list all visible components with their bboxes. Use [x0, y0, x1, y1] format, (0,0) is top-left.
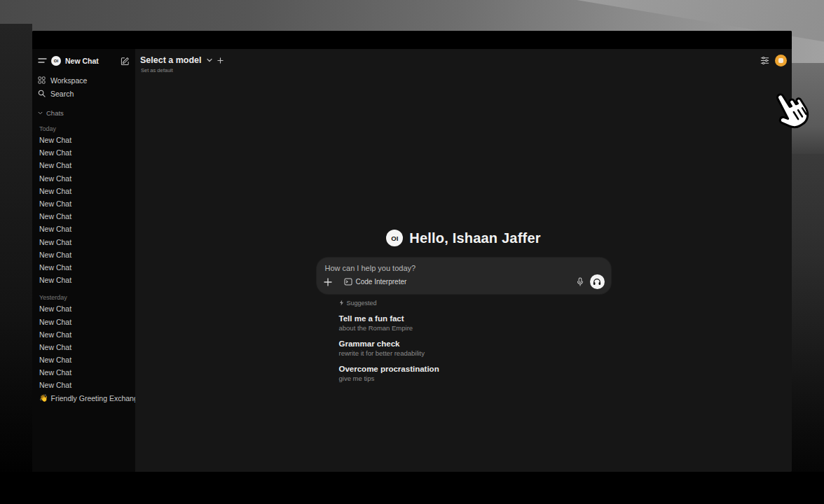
- desktop-background-left: [0, 24, 32, 486]
- hamburger-icon[interactable]: [38, 57, 47, 64]
- desktop-background-right: [792, 154, 824, 504]
- sliders-icon[interactable]: [760, 56, 769, 65]
- suggestion-title: Overcome procrastination: [339, 364, 611, 374]
- app-window: OI New Chat Workspace: [32, 31, 792, 472]
- chats-header-label: Chats: [46, 109, 64, 117]
- desktop-background-bottom: [0, 472, 824, 504]
- sidebar-item-search[interactable]: Search: [38, 87, 130, 100]
- window-titlebar: [32, 31, 792, 49]
- suggestion-item[interactable]: Overcome procrastination give me tips: [339, 364, 611, 383]
- attach-plus-icon[interactable]: [324, 278, 332, 286]
- chat-list-item[interactable]: New Chat: [38, 315, 130, 328]
- chat-list-item[interactable]: New Chat: [38, 197, 130, 210]
- search-icon: [38, 90, 46, 97]
- workspace-label: Workspace: [50, 76, 87, 85]
- chats-section-header[interactable]: Chats: [38, 108, 130, 118]
- chat-list-item[interactable]: New Chat: [38, 248, 130, 261]
- main-content: Select a model Set as default: [135, 49, 792, 472]
- chat-list-item[interactable]: New Chat: [38, 146, 130, 159]
- chat-list-item[interactable]: New Chat: [38, 210, 130, 223]
- chat-list-today: New ChatNew ChatNew ChatNew ChatNew Chat…: [38, 134, 130, 286]
- wave-emoji: 👋: [39, 394, 48, 402]
- microphone-icon[interactable]: [577, 277, 584, 286]
- search-label: Search: [50, 90, 74, 98]
- user-avatar[interactable]: [775, 55, 787, 66]
- openwebui-logo: OI: [386, 230, 403, 246]
- terminal-icon: [344, 278, 352, 286]
- chat-list-item[interactable]: New Chat: [38, 159, 130, 172]
- suggestion-item[interactable]: Tell me a fun fact about the Roman Empir…: [339, 314, 611, 332]
- app-logo: OI: [51, 56, 61, 66]
- chevron-down-icon: [38, 111, 43, 115]
- sidebar: OI New Chat Workspace: [32, 49, 135, 472]
- chat-list-item[interactable]: New Chat: [38, 185, 130, 197]
- code-interpreter-toggle[interactable]: Code Interpreter: [344, 278, 407, 286]
- model-selector[interactable]: Select a model: [140, 55, 202, 65]
- add-model-icon[interactable]: [217, 57, 224, 64]
- chat-list-item-friendly-greeting[interactable]: 👋 Friendly Greeting Exchange: [38, 392, 130, 405]
- chat-list-item[interactable]: New Chat: [38, 172, 130, 185]
- chat-list-item[interactable]: New Chat: [38, 223, 130, 235]
- chat-group-label-today: Today: [38, 124, 130, 134]
- set-as-default-link[interactable]: Set as default: [141, 67, 173, 74]
- sidebar-item-workspace[interactable]: Workspace: [38, 74, 130, 87]
- chat-list-item[interactable]: New Chat: [38, 236, 130, 248]
- message-input-placeholder: How can I help you today?: [325, 264, 416, 272]
- bolt-icon: [339, 300, 344, 306]
- grid-icon: [38, 76, 46, 84]
- avatar-mark: [778, 58, 783, 63]
- greeting-text: Hello, Ishaan Jaffer: [409, 230, 540, 246]
- chevron-down-icon[interactable]: [207, 58, 212, 62]
- message-input[interactable]: How can I help you today? Code Interpret…: [317, 258, 611, 294]
- chat-list-item[interactable]: New Chat: [38, 302, 130, 315]
- chat-list-item[interactable]: New Chat: [38, 274, 130, 286]
- chat-list-item[interactable]: New Chat: [38, 134, 130, 146]
- voice-mode-button[interactable]: [590, 274, 605, 289]
- suggestion-subtitle: give me tips: [339, 374, 611, 383]
- suggestion-title: Grammar check: [339, 339, 611, 349]
- chat-list-item[interactable]: New Chat: [38, 328, 130, 341]
- suggestion-title: Tell me a fun fact: [339, 314, 611, 323]
- suggested-label: Suggested: [347, 300, 377, 307]
- suggestion-subtitle: rewrite it for better readability: [339, 349, 611, 358]
- chat-list-item[interactable]: New Chat: [38, 366, 130, 379]
- sidebar-title: New Chat: [65, 57, 116, 65]
- chat-list-item[interactable]: New Chat: [38, 354, 130, 366]
- screen: OI New Chat Workspace: [0, 0, 824, 504]
- chat-group-label-yesterday: Yesterday: [38, 293, 130, 302]
- suggestion-item[interactable]: Grammar check rewrite it for better read…: [339, 339, 611, 358]
- chat-list-item[interactable]: New Chat: [38, 261, 130, 274]
- code-interpreter-label: Code Interpreter: [356, 278, 407, 286]
- suggestion-list: Tell me a fun fact about the Roman Empir…: [339, 314, 611, 383]
- chat-list-yesterday: New ChatNew ChatNew ChatNew ChatNew Chat…: [38, 302, 130, 391]
- headphones-icon: [593, 278, 601, 286]
- chat-list-item[interactable]: New Chat: [38, 379, 130, 391]
- suggestion-subtitle: about the Roman Empire: [339, 324, 611, 332]
- new-chat-icon[interactable]: [121, 57, 130, 66]
- chat-title: Friendly Greeting Exchange: [50, 394, 135, 402]
- chat-list-item[interactable]: New Chat: [38, 341, 130, 354]
